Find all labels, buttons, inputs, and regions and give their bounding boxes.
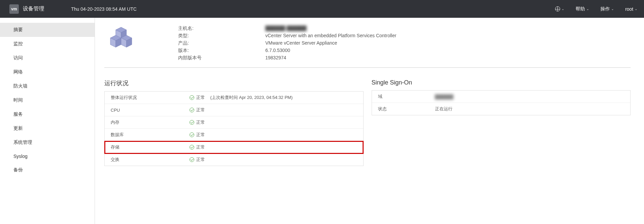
label-product: 产品:	[178, 39, 265, 47]
sso-title: Single Sign-On	[372, 79, 631, 86]
sidebar: 摘要 监控 访问 网络 防火墙 时间 服务 更新 系统管理 Syslog 备份	[0, 18, 95, 224]
health-title: 运行状况	[104, 79, 364, 87]
vmware-logo: vm	[9, 4, 19, 14]
topbar: vm 设备管理 Thu 04-20-2023 08:54 AM UTC ⌄ 帮助…	[0, 0, 644, 18]
health-row-overall: 整体运行状况 正常 (上次检查时间 Apr 20, 2023, 04:54:32…	[105, 92, 363, 104]
sidebar-item-networking[interactable]: 网络	[0, 65, 95, 79]
sidebar-item-time[interactable]: 时间	[0, 93, 95, 107]
sidebar-item-syslog[interactable]: Syslog	[0, 150, 95, 163]
actions-menu[interactable]: 操作⌄	[600, 6, 614, 12]
health-row-swap: 交换 正常	[105, 154, 363, 166]
app-title: 设备管理	[23, 5, 44, 12]
chevron-down-icon: ⌄	[561, 7, 564, 11]
user-menu[interactable]: root⌄	[625, 6, 637, 12]
value-version: 6.7.0.53000	[265, 47, 396, 54]
sidebar-item-services[interactable]: 服务	[0, 107, 95, 121]
label-hostname: 主机名:	[178, 24, 265, 32]
summary-header: 主机名: 类型: 产品: 版本: 内部版本号 ██████ ██████ vCe…	[104, 24, 631, 68]
label-type: 类型:	[178, 32, 265, 39]
check-icon	[190, 95, 194, 100]
help-menu[interactable]: 帮助⌄	[576, 6, 589, 12]
value-hostname: ██████ ██████	[265, 24, 396, 32]
value-product: VMware vCenter Server Appliance	[265, 39, 396, 47]
sso-panel: Single Sign-On 域 ██████ 状态 正在运行	[372, 79, 631, 166]
chevron-down-icon: ⌄	[611, 7, 614, 11]
sidebar-item-summary[interactable]: 摘要	[0, 23, 95, 37]
health-row-memory: 内存 正常	[105, 116, 363, 129]
health-row-storage: 存储 正常	[105, 141, 363, 154]
sidebar-item-update[interactable]: 更新	[0, 121, 95, 135]
health-panel: 运行状况 整体运行状况 正常 (上次检查时间 Apr 20, 2023, 04:…	[104, 79, 364, 166]
main-content: 主机名: 类型: 产品: 版本: 内部版本号 ██████ ██████ vCe…	[95, 18, 644, 224]
chevron-down-icon: ⌄	[586, 7, 589, 11]
sidebar-item-administration[interactable]: 系统管理	[0, 135, 95, 150]
summary-labels: 主机名: 类型: 产品: 版本: 内部版本号	[178, 24, 265, 61]
check-icon	[190, 145, 194, 150]
sso-row-state: 状态 正在运行	[372, 103, 631, 115]
sidebar-item-backup[interactable]: 备份	[0, 163, 95, 177]
globe-icon	[555, 6, 560, 11]
value-build: 19832974	[265, 54, 396, 61]
label-build: 内部版本号	[178, 54, 265, 61]
check-icon	[190, 157, 194, 162]
sidebar-item-monitor[interactable]: 监控	[0, 37, 95, 51]
timestamp: Thu 04-20-2023 08:54 AM UTC	[71, 6, 137, 12]
sso-row-domain: 域 ██████	[372, 91, 631, 103]
language-menu[interactable]: ⌄	[555, 6, 564, 11]
chevron-down-icon: ⌄	[635, 7, 637, 11]
check-icon	[190, 132, 194, 137]
sidebar-item-firewall[interactable]: 防火墙	[0, 79, 95, 93]
health-row-cpu: CPU 正常	[105, 104, 363, 116]
health-row-database: 数据库 正常	[105, 129, 363, 141]
check-icon	[190, 120, 194, 125]
check-icon	[190, 108, 194, 112]
value-type: vCenter Server with an embedded Platform…	[265, 32, 396, 39]
sidebar-item-access[interactable]: 访问	[0, 51, 95, 65]
summary-values: ██████ ██████ vCenter Server with an emb…	[265, 24, 396, 61]
appliance-icon	[108, 24, 135, 51]
label-version: 版本:	[178, 47, 265, 54]
